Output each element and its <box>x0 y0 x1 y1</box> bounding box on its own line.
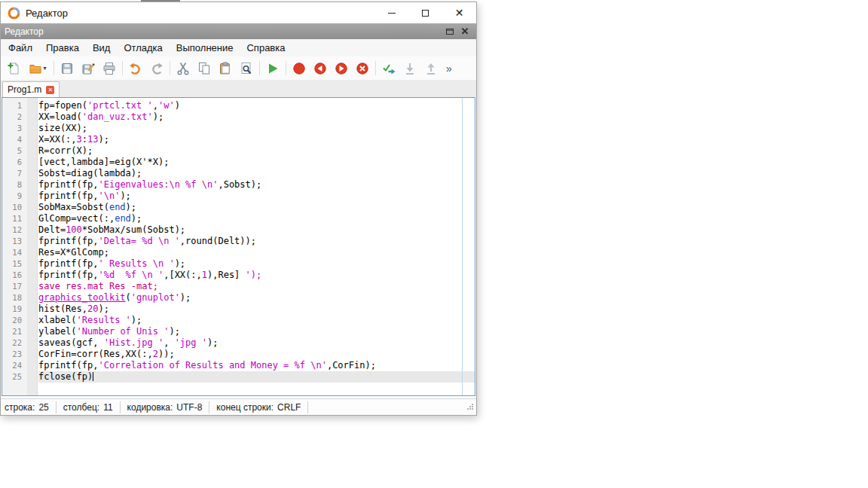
line-number[interactable]: 20 <box>2 315 27 326</box>
code-line[interactable]: 4X=XX(:,3:13); <box>2 134 475 145</box>
cut-button[interactable] <box>173 59 193 78</box>
menu-debug[interactable]: Отладка <box>117 40 169 56</box>
tab-close-icon[interactable]: ✕ <box>46 86 54 94</box>
code-text[interactable]: fprintf(fp,'%d %f \n ',[XX(:,1),Res] '); <box>38 270 475 281</box>
close-button[interactable]: ✕ <box>442 2 476 23</box>
line-number[interactable]: 4 <box>2 134 27 145</box>
code-line[interactable]: 22saveas(gcf, 'Hist.jpg ', 'jpg '); <box>2 337 475 349</box>
next-breakpoint-button[interactable] <box>332 59 351 78</box>
code-text[interactable]: SobMax=Sobst(end); <box>38 202 475 213</box>
code-line[interactable]: 17save res.mat Res -mat; <box>2 281 475 292</box>
code-line[interactable]: 19hist(Res,20); <box>2 303 475 315</box>
line-number[interactable]: 24 <box>2 360 27 371</box>
toggle-breakpoint-button[interactable] <box>289 59 309 78</box>
vertical-scrollbar[interactable] <box>462 98 475 395</box>
title-bar[interactable]: Редактор ✕ <box>1 2 476 23</box>
code-text[interactable]: fp=fopen('prtcl.txt ','w') <box>38 100 475 111</box>
line-number[interactable]: 7 <box>2 168 27 179</box>
line-number[interactable]: 9 <box>2 191 27 202</box>
code-line[interactable]: 25fclose(fp) <box>2 371 475 383</box>
paste-button[interactable] <box>215 59 235 78</box>
code-text[interactable]: Sobst=diag(lambda); <box>38 168 475 179</box>
code-line[interactable]: 23CorFin=corr(Res,XX(:,2)); <box>2 349 475 360</box>
code-text[interactable]: R=corr(X); <box>38 145 475 157</box>
code-line[interactable]: 24fprintf(fp,'Correlation of Results and… <box>2 360 475 371</box>
maximize-button[interactable] <box>408 2 442 23</box>
code-text[interactable]: ylabel('Number of Unis '); <box>38 326 475 337</box>
line-number[interactable]: 15 <box>2 258 27 270</box>
line-number[interactable]: 18 <box>2 292 27 303</box>
menu-file[interactable]: Файл <box>2 40 39 56</box>
line-number[interactable]: 13 <box>2 236 27 247</box>
line-number[interactable]: 21 <box>2 326 27 337</box>
code-text[interactable]: GlComp=vect(:,end); <box>38 213 475 224</box>
code-line[interactable]: 1fp=fopen('prtcl.txt ','w') <box>2 100 475 111</box>
code-text[interactable]: XX=load('dan_vuz.txt'); <box>38 111 475 123</box>
line-number[interactable]: 3 <box>2 123 27 134</box>
code-text[interactable]: fprintf(fp,'\n'); <box>38 191 475 202</box>
line-number[interactable]: 1 <box>2 100 27 111</box>
code-line[interactable]: 3size(XX); <box>2 123 475 134</box>
undock-button[interactable] <box>442 25 457 38</box>
line-number[interactable]: 14 <box>2 247 27 258</box>
code-line[interactable]: 6[vect,lambda]=eig(X'*X); <box>2 157 475 168</box>
line-number[interactable]: 22 <box>2 337 27 349</box>
code-line[interactable]: 5R=corr(X); <box>2 145 475 157</box>
code-text[interactable]: fprintf(fp,'Eigenvalues:\n %f \n',Sobst)… <box>38 179 475 191</box>
code-text[interactable]: CorFin=corr(Res,XX(:,2)); <box>38 349 475 360</box>
code-line[interactable]: 2XX=load('dan_vuz.txt'); <box>2 111 475 123</box>
redo-button[interactable] <box>147 59 167 78</box>
code-line[interactable]: 18graphics_toolkit('gnuplot'); <box>2 292 475 303</box>
save-as-button[interactable] <box>78 59 98 78</box>
open-file-button[interactable]: ▾ <box>25 59 50 78</box>
undo-button[interactable] <box>126 59 145 78</box>
code-text[interactable]: fclose(fp) <box>38 371 475 383</box>
toolbar-overflow-button[interactable]: » <box>443 63 455 75</box>
line-number[interactable]: 25 <box>2 371 27 383</box>
code-text[interactable]: Res=X*GlComp; <box>38 247 475 258</box>
code-line[interactable]: 10SobMax=Sobst(end); <box>2 202 475 213</box>
code-text[interactable]: saveas(gcf, 'Hist.jpg ', 'jpg '); <box>38 337 475 349</box>
code-line[interactable]: 7Sobst=diag(lambda); <box>2 168 475 179</box>
panel-title-bar[interactable]: Редактор ✕ <box>1 23 476 39</box>
code-line[interactable]: 8fprintf(fp,'Eigenvalues:\n %f \n',Sobst… <box>2 179 475 191</box>
code-line[interactable]: 11GlComp=vect(:,end); <box>2 213 475 224</box>
run-button[interactable] <box>263 59 283 78</box>
code-line[interactable]: 12Delt=100*SobMax/sum(Sobst); <box>2 224 475 236</box>
menu-edit[interactable]: Правка <box>39 40 86 56</box>
menu-view[interactable]: Вид <box>86 40 118 56</box>
line-number[interactable]: 6 <box>2 157 27 168</box>
minimize-button[interactable] <box>374 2 408 23</box>
code-text[interactable]: fprintf(fp,' Results \n '); <box>38 258 475 270</box>
print-button[interactable] <box>99 59 119 78</box>
remove-breakpoints-button[interactable] <box>353 59 372 78</box>
code-text[interactable]: fprintf(fp,'Delta= %d \n ',round(Delt)); <box>38 236 475 247</box>
line-number[interactable]: 19 <box>2 303 27 315</box>
code-text[interactable]: graphics_toolkit('gnuplot'); <box>38 292 475 303</box>
tab-prog1[interactable]: Prog1.m ✕ <box>2 81 60 97</box>
previous-breakpoint-button[interactable] <box>310 59 330 78</box>
line-number[interactable]: 2 <box>2 111 27 123</box>
line-number[interactable]: 10 <box>2 202 27 213</box>
line-number[interactable]: 12 <box>2 224 27 236</box>
code-text[interactable]: size(XX); <box>38 123 475 134</box>
code-text[interactable]: Delt=100*SobMax/sum(Sobst); <box>38 224 475 236</box>
step-in-button[interactable] <box>400 59 420 78</box>
line-number[interactable]: 23 <box>2 349 27 360</box>
line-number[interactable]: 5 <box>2 145 27 157</box>
code-line[interactable]: 13fprintf(fp,'Delta= %d \n ',round(Delt)… <box>2 236 475 247</box>
line-number[interactable]: 8 <box>2 179 27 191</box>
line-number[interactable]: 16 <box>2 270 27 281</box>
code-line[interactable]: 9fprintf(fp,'\n'); <box>2 191 475 202</box>
step-out-button[interactable] <box>421 59 441 78</box>
line-number[interactable]: 11 <box>2 213 27 224</box>
menu-help[interactable]: Справка <box>240 40 292 56</box>
code-text[interactable]: xlabel('Results '); <box>38 315 475 326</box>
copy-button[interactable] <box>194 59 214 78</box>
line-number[interactable]: 17 <box>2 281 27 292</box>
save-button[interactable] <box>57 59 77 78</box>
code-line[interactable]: 20xlabel('Results '); <box>2 315 475 326</box>
code-text[interactable]: [vect,lambda]=eig(X'*X); <box>38 157 475 168</box>
menu-run[interactable]: Выполнение <box>170 40 240 56</box>
code-line[interactable]: 21ylabel('Number of Unis '); <box>2 326 475 337</box>
